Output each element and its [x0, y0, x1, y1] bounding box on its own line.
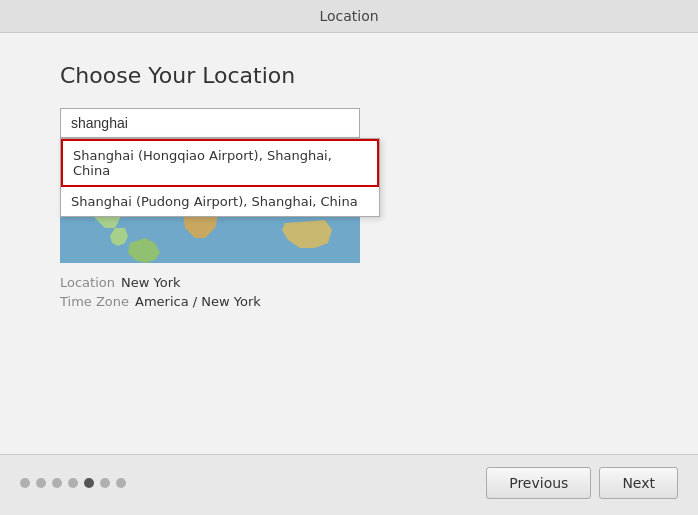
pagination-dot-2 [52, 478, 62, 488]
nav-buttons: Previous Next [486, 467, 678, 499]
section-title: Choose Your Location [60, 63, 638, 88]
pagination-dot-5 [100, 478, 110, 488]
pagination-dots [20, 478, 126, 488]
pagination-dot-1 [36, 478, 46, 488]
location-label: Location [60, 275, 115, 290]
location-value: New York [121, 275, 181, 290]
location-row: Location New York [60, 275, 638, 290]
dropdown-item-hongqiao[interactable]: Shanghai (Hongqiao Airport), Shanghai, C… [61, 139, 379, 187]
title-bar: Location [0, 0, 698, 33]
next-button[interactable]: Next [599, 467, 678, 499]
timezone-row: Time Zone America / New York [60, 294, 638, 309]
timezone-value: America / New York [135, 294, 261, 309]
pagination-dot-6 [116, 478, 126, 488]
dropdown-item-pudong[interactable]: Shanghai (Pudong Airport), Shanghai, Chi… [61, 187, 379, 216]
search-container: Shanghai (Hongqiao Airport), Shanghai, C… [60, 108, 360, 138]
main-content: Choose Your Location Shanghai (Hongqiao … [0, 33, 698, 454]
window-title: Location [319, 8, 378, 24]
pagination-dot-3 [68, 478, 78, 488]
search-input[interactable] [60, 108, 360, 138]
previous-button[interactable]: Previous [486, 467, 591, 499]
pagination-dot-0 [20, 478, 30, 488]
location-info: Location New York Time Zone America / Ne… [60, 275, 638, 309]
pagination-dot-4 [84, 478, 94, 488]
window: Location Choose Your Location Shanghai (… [0, 0, 698, 515]
location-dropdown: Shanghai (Hongqiao Airport), Shanghai, C… [60, 138, 380, 217]
footer: Previous Next [0, 454, 698, 515]
timezone-label: Time Zone [60, 294, 129, 309]
